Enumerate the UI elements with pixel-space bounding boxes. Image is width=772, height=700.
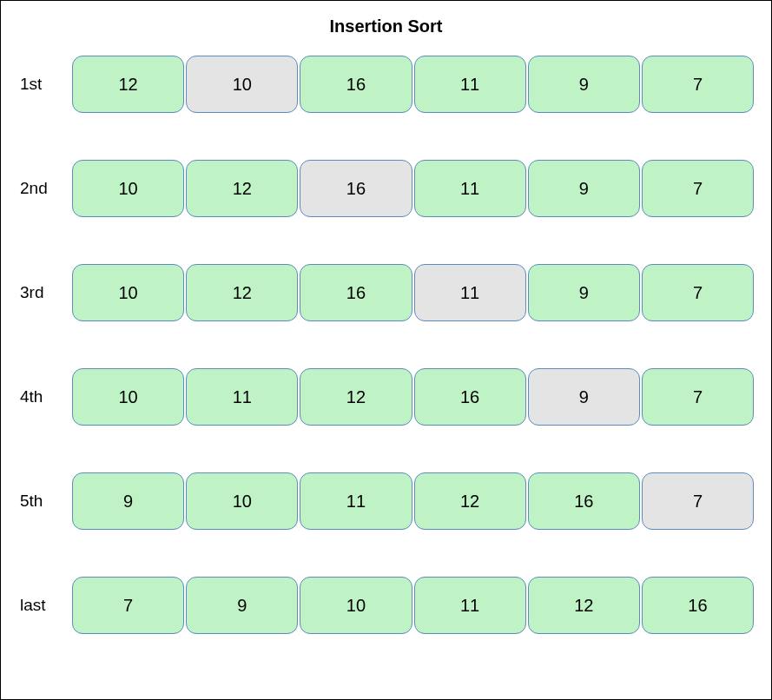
array-cell: 7 bbox=[642, 264, 754, 321]
array-cell: 9 bbox=[72, 472, 184, 530]
array-cell: 7 bbox=[642, 368, 754, 426]
array-cell: 11 bbox=[414, 577, 526, 634]
rows-container: 1st12101611972nd10121611973rd10121611974… bbox=[18, 56, 754, 634]
row-label: 5th bbox=[18, 492, 72, 511]
array-cell: 10 bbox=[72, 264, 184, 321]
array-cell: 7 bbox=[642, 472, 754, 530]
array-cell: 12 bbox=[72, 56, 184, 113]
array-cell: 7 bbox=[642, 56, 754, 113]
array-cell: 16 bbox=[528, 472, 640, 530]
array-cell: 9 bbox=[528, 368, 640, 426]
array-cell: 10 bbox=[300, 577, 412, 634]
array-cell: 9 bbox=[528, 56, 640, 113]
array-cell: 12 bbox=[186, 160, 298, 217]
cells-container: 1210161197 bbox=[72, 56, 754, 113]
array-cell: 10 bbox=[72, 160, 184, 217]
array-cell: 16 bbox=[300, 264, 412, 321]
array-cell: 16 bbox=[300, 160, 412, 217]
array-cell: 11 bbox=[414, 160, 526, 217]
array-row: 4th1011121697 bbox=[18, 368, 754, 426]
diagram-frame: Insertion Sort 1st12101611972nd101216119… bbox=[0, 0, 772, 700]
array-row: 1st1210161197 bbox=[18, 56, 754, 113]
array-cell: 7 bbox=[72, 577, 184, 634]
array-cell: 12 bbox=[414, 472, 526, 530]
array-cell: 11 bbox=[300, 472, 412, 530]
array-cell: 10 bbox=[72, 368, 184, 426]
array-cell: 11 bbox=[186, 368, 298, 426]
array-cell: 9 bbox=[528, 264, 640, 321]
array-cell: 11 bbox=[414, 56, 526, 113]
array-cell: 12 bbox=[528, 577, 640, 634]
array-cell: 10 bbox=[186, 472, 298, 530]
array-cell: 10 bbox=[186, 56, 298, 113]
row-label: 1st bbox=[18, 75, 72, 94]
row-label: 3rd bbox=[18, 283, 72, 302]
array-cell: 11 bbox=[414, 264, 526, 321]
array-row: last7910111216 bbox=[18, 577, 754, 634]
array-cell: 9 bbox=[528, 160, 640, 217]
cells-container: 1012161197 bbox=[72, 160, 754, 217]
row-label: last bbox=[18, 596, 72, 615]
cells-container: 9101112167 bbox=[72, 472, 754, 530]
array-row: 2nd1012161197 bbox=[18, 160, 754, 217]
array-cell: 16 bbox=[642, 577, 754, 634]
row-label: 2nd bbox=[18, 179, 72, 198]
array-cell: 16 bbox=[300, 56, 412, 113]
array-cell: 7 bbox=[642, 160, 754, 217]
array-cell: 12 bbox=[300, 368, 412, 426]
array-row: 3rd1012161197 bbox=[18, 264, 754, 321]
cells-container: 1011121697 bbox=[72, 368, 754, 426]
cells-container: 7910111216 bbox=[72, 577, 754, 634]
array-cell: 16 bbox=[414, 368, 526, 426]
array-cell: 9 bbox=[186, 577, 298, 634]
array-cell: 12 bbox=[186, 264, 298, 321]
diagram-title: Insertion Sort bbox=[18, 17, 754, 36]
cells-container: 1012161197 bbox=[72, 264, 754, 321]
array-row: 5th9101112167 bbox=[18, 472, 754, 530]
row-label: 4th bbox=[18, 387, 72, 406]
